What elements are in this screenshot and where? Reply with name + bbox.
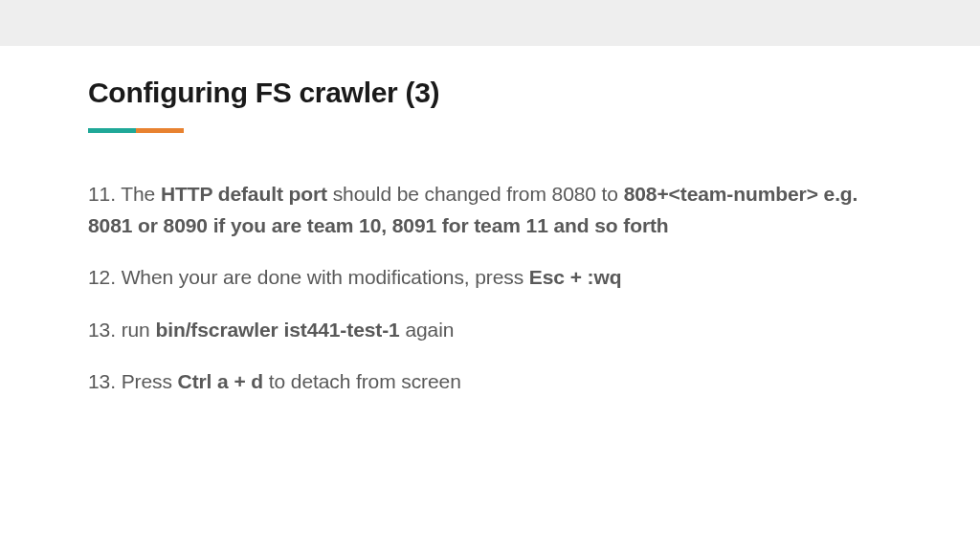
item-bold: Ctrl a + d (178, 370, 263, 392)
item-number: 13. (88, 370, 116, 392)
item-number: 12. (88, 266, 116, 288)
top-header-bar (0, 0, 980, 46)
item-text: to detach from screen (263, 370, 461, 392)
item-bold: Esc + :wq (529, 266, 622, 288)
item-bold: bin/fscrawler ist441-test-1 (155, 319, 399, 341)
list-item: 11. The HTTP default port should be chan… (88, 179, 892, 241)
item-number: 13. (88, 319, 116, 341)
list-item: 12. When your are done with modification… (88, 262, 892, 294)
list-item: 13. run bin/fscrawler ist441-test-1 agai… (88, 315, 892, 346)
item-text: again (400, 319, 455, 341)
accent-underline (88, 128, 892, 133)
slide-title: Configuring FS crawler (3) (88, 77, 892, 109)
item-text: Press (116, 370, 178, 392)
item-number: 11. (88, 183, 116, 205)
accent-teal-segment (88, 128, 136, 133)
item-text: should be changed from 8080 to (327, 183, 624, 205)
item-text: The (116, 183, 161, 205)
list-item: 13. Press Ctrl a + d to detach from scre… (88, 366, 892, 398)
item-text: When your are done with modifications, p… (116, 266, 529, 288)
accent-orange-segment (136, 128, 184, 133)
slide-content: Configuring FS crawler (3) 11. The HTTP … (0, 46, 980, 398)
item-bold: HTTP default port (161, 183, 327, 205)
item-text: run (116, 319, 156, 341)
